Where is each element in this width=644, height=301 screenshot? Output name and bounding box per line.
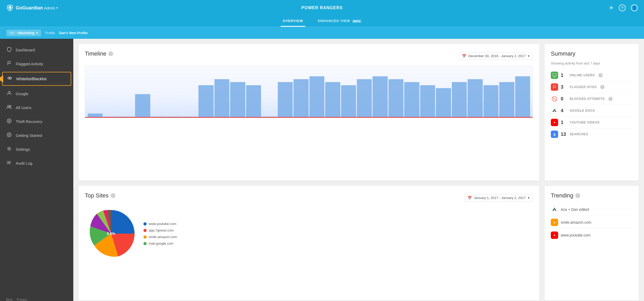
sidebar-item-settings[interactable]: Settings xyxy=(0,142,73,156)
blocked-label: BLOCKED ATTEMPTS xyxy=(570,97,605,101)
sidebar-item-flagged-activity[interactable]: Flagged Activity xyxy=(0,57,73,71)
google-docs-label: GOOGLE DOCS xyxy=(570,109,595,112)
google-search-icon: g xyxy=(551,131,558,138)
svg-rect-17 xyxy=(553,73,556,76)
trending-label-2: www.youtube.com xyxy=(561,233,591,237)
timeline-bar xyxy=(468,79,482,118)
trending-youtube-icon xyxy=(551,232,558,239)
blocked-count: 0 xyxy=(561,96,567,102)
trending-item-1[interactable]: a smile.amazon.com xyxy=(551,216,632,229)
trending-help-icon[interactable]: ? xyxy=(575,193,580,198)
timeline-bar xyxy=(404,82,419,118)
summary-row-searches: g 13 SEARCHES xyxy=(551,128,632,140)
trending-amazon-icon: a xyxy=(551,219,558,226)
sidebar-item-all-users[interactable]: All Users xyxy=(0,101,73,115)
svg-point-9 xyxy=(9,135,10,135)
sidebar-arrow-icon xyxy=(0,75,3,83)
list-icon xyxy=(6,160,12,166)
top-sites-chevron-icon: ▾ xyxy=(528,196,530,200)
svg-point-10 xyxy=(8,148,10,149)
sidebar-item-dashboard[interactable]: Dashboard xyxy=(0,43,73,57)
summary-row-youtube: 1 YOUTUBE VIDEOS xyxy=(551,117,632,128)
calendar-icon: 📅 xyxy=(462,54,466,58)
sidebar-item-google-label: Google xyxy=(16,92,28,96)
sidebar-item-whitelist-blacklist[interactable]: Whitelist/Blacklist xyxy=(2,72,71,86)
pie-chart-svg: 9.5% xyxy=(85,207,137,260)
target-icon xyxy=(6,132,12,139)
sidebar-item-getting-started[interactable]: Getting Started xyxy=(0,128,73,142)
legend-dot-7geese xyxy=(143,229,147,232)
link-icon xyxy=(7,76,13,82)
sidebar-item-audit-log-label: Audit Log xyxy=(16,161,32,165)
ou-label: OU xyxy=(9,31,15,35)
user-profile-icon[interactable]: 👤 xyxy=(631,4,638,11)
legend-item-2: smile.amazon.com xyxy=(143,235,177,239)
legend-dot-amazon xyxy=(143,235,147,239)
svg-point-5 xyxy=(7,119,11,123)
content-area: Timeline ? 📅 December 30, 2016 - January… xyxy=(73,39,644,301)
top-sites-chart-area: 9.5% www.youtube.com app.7geese.com smil… xyxy=(85,207,533,260)
lightbulb-icon[interactable]: ☀ xyxy=(609,5,614,11)
block-icon xyxy=(551,95,558,103)
flagged-sites-count: 3 xyxy=(561,84,567,90)
timeline-bar xyxy=(484,85,498,118)
sidebar-item-theft-recovery[interactable]: Theft Recovery xyxy=(0,115,73,128)
svg-point-15 xyxy=(7,162,8,163)
trending-gdrive-icon xyxy=(551,206,558,213)
timeline-bar xyxy=(420,85,435,118)
trending-item-0[interactable]: Aza + Dan edited xyxy=(551,203,632,216)
admin-chevron-icon: ▾ xyxy=(56,6,58,10)
blog-link[interactable]: Blog xyxy=(6,298,13,301)
help-icon[interactable]: ? xyxy=(619,4,626,11)
sidebar-item-theft-recovery-label: Theft Recovery xyxy=(16,119,42,124)
legend-dot-google xyxy=(143,242,147,245)
profile-value: Dan's New Profile xyxy=(59,31,87,35)
svg-line-21 xyxy=(553,97,556,101)
sidebar-item-audit-log[interactable]: Audit Log xyxy=(0,156,73,170)
summary-row-online-users: 1 ONLINE USERS ? xyxy=(551,69,632,81)
top-sites-help-icon[interactable]: ? xyxy=(111,193,115,198)
tab-overview[interactable]: OVERVIEW xyxy=(281,16,305,27)
filter-bar: OU --Marketing ▾ Profile Dan's New Profi… xyxy=(0,27,644,39)
timeline-bar xyxy=(341,85,356,118)
timeline-bar xyxy=(436,88,451,118)
svg-point-3 xyxy=(8,105,9,107)
gdrive-icon xyxy=(551,107,558,114)
trending-item-2[interactable]: www.youtube.com xyxy=(551,229,632,241)
sidebar-item-settings-label: Settings xyxy=(16,147,30,152)
legend-item-1: app.7geese.com xyxy=(143,228,177,232)
timeline-card: Timeline ? 📅 December 30, 2016 - January… xyxy=(79,44,539,181)
blocked-help-icon[interactable]: ? xyxy=(608,97,613,101)
admin-dropdown[interactable]: Admin ▾ xyxy=(44,6,58,10)
flagged-sites-help-icon[interactable]: ? xyxy=(600,85,604,89)
trending-label-0: Aza + Dan edited xyxy=(561,207,589,212)
sidebar-item-google[interactable]: Google xyxy=(0,87,73,101)
timeline-help-icon[interactable]: ? xyxy=(108,51,113,56)
beta-badge: BETA xyxy=(352,20,361,23)
svg-point-4 xyxy=(9,105,11,107)
timeline-bars xyxy=(85,66,533,118)
admin-label: Admin xyxy=(44,6,55,10)
sidebar-item-whitelist-label: Whitelist/Blacklist xyxy=(16,77,47,81)
timeline-baseline xyxy=(85,117,533,118)
timeline-header: Timeline ? 📅 December 30, 2016 - January… xyxy=(85,50,533,61)
ou-filter[interactable]: OU --Marketing ▾ xyxy=(6,30,41,36)
summary-subtitle: Showing activity from last 7 days xyxy=(551,61,632,65)
top-sites-title: Top Sites ? xyxy=(85,192,115,199)
summary-row-blocked: 0 BLOCKED ATTEMPTS ? xyxy=(551,93,632,105)
legend-label-youtube: www.youtube.com xyxy=(149,222,176,226)
flagged-sites-label: FLAGGED SITES xyxy=(570,85,597,89)
tab-enhanced-view[interactable]: ENHANCED VIEW BETA xyxy=(316,16,363,27)
top-sites-header: Top Sites ? 📅 January 1, 2017 - January … xyxy=(85,192,533,203)
sidebar-item-dashboard-label: Dashboard xyxy=(16,48,35,52)
sidebar-item-whitelist-container: Whitelist/Blacklist xyxy=(0,72,73,86)
timeline-bar xyxy=(309,76,324,118)
timeline-bar xyxy=(357,79,372,118)
page-title: POWER RANGERS xyxy=(301,6,343,10)
privacy-link[interactable]: Privacy xyxy=(17,298,27,301)
top-sites-date-picker[interactable]: 📅 January 1, 2017 - January 2, 2017 ▾ xyxy=(464,194,533,202)
pie-legend: www.youtube.com app.7geese.com smile.ama… xyxy=(143,222,177,245)
online-users-help-icon[interactable]: ? xyxy=(598,73,603,77)
top-sites-calendar-icon: 📅 xyxy=(468,196,472,200)
timeline-date-picker[interactable]: 📅 December 30, 2016 - January 2, 2017 ▾ xyxy=(459,52,533,60)
